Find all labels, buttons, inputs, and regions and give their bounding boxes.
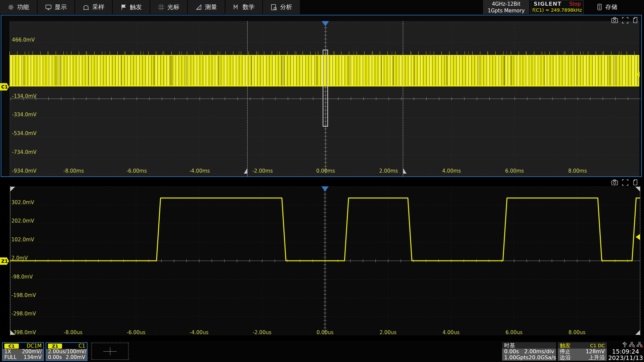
status-bar: C1 DC1M 1X 200mV/ FULL 134mV Z1 C1 2.00u…: [0, 341, 644, 362]
c1-descriptor-box[interactable]: C1 DC1M 1X 200mV/ FULL 134mV: [2, 342, 44, 361]
trigger-level: 128mV: [586, 349, 605, 355]
trigger-type: 边沿: [560, 355, 571, 361]
time-label: -8.00ms: [63, 168, 84, 174]
system-date: 2023/11/13: [608, 355, 643, 361]
main-grid: [1, 15, 641, 176]
run-state-indicator[interactable]: Stop: [569, 1, 581, 7]
z1-descriptor-box[interactable]: Z1 C1 2.00us/ 100mV/ 0.00s 2.00mV: [46, 342, 88, 361]
scope-specs: 4GHz-12Bit 1Gpts Memory: [483, 0, 529, 14]
volt-label: 202.0mV: [11, 218, 34, 224]
storage-label: 存储: [605, 3, 618, 11]
cursors-icon: [158, 4, 164, 10]
menu-item-analysis[interactable]: 分析: [263, 0, 300, 14]
trigger-position-marker-zoom[interactable]: [321, 186, 329, 191]
lan-disconnected-icon-2: ✕: [637, 342, 642, 348]
volt-label: -198.0mV: [11, 292, 36, 298]
c1-badge: C1: [4, 344, 19, 349]
time-label: 2.00us: [379, 329, 396, 336]
flip-window-icon[interactable]: [632, 17, 639, 23]
zoom-waveform-window[interactable]: 302.0mV202.0mV102.0mV2.0mV-98.0mV-198.0m…: [1, 184, 643, 339]
z1-scale: 100mV/: [67, 349, 87, 355]
time-label: -4.00us: [190, 329, 208, 336]
menu-item-cursors[interactable]: 光标: [150, 0, 187, 14]
trigger-level-marker-main[interactable]: [636, 72, 640, 77]
volt-label: -734.0mV: [12, 149, 37, 155]
zoom-boundary-right[interactable]: [403, 21, 403, 176]
zoom-boundary-left[interactable]: [247, 21, 248, 176]
add-channel-placeholder[interactable]: [91, 343, 129, 360]
brand-status-box: SIGLENT Stop f(C1) = 249.7898kHz: [531, 0, 584, 14]
clock-box: ✕ ✕ 15:09:24 2023/11/13: [608, 342, 643, 361]
fullscreen-icon[interactable]: [622, 179, 629, 186]
z1-delay: 0.00s: [48, 355, 62, 360]
menu-item-display[interactable]: 显示: [38, 0, 74, 14]
fullscreen-icon[interactable]: [622, 17, 629, 23]
zoom-corner-flag-tl: [10, 187, 15, 191]
z1-offset: 2.00mV: [66, 355, 85, 360]
menu-item-trigger-flag[interactable]: 触发: [113, 0, 150, 14]
timebase-title: 时基: [504, 343, 515, 349]
time-label: 4.00ms: [442, 168, 461, 174]
c1-scale: 200mV/: [22, 349, 42, 355]
volt-label: 302.0mV: [11, 199, 34, 205]
trigger-position-marker-main[interactable]: [322, 21, 329, 26]
bandwidth-label: 4GHz-12Bit: [483, 1, 529, 7]
analysis-icon: [271, 4, 277, 10]
volt-label: -334.0mV: [12, 112, 37, 118]
time-label: 0.00us: [317, 329, 334, 336]
z1-square-wave-trace: [1, 184, 643, 339]
storage-icon: [597, 4, 602, 10]
brand-logo: SIGLENT: [534, 1, 561, 7]
storage-button[interactable]: 存储: [589, 0, 626, 14]
menu-item-measure[interactable]: 测量: [188, 0, 225, 14]
menu-item-gear[interactable]: 功能: [0, 0, 37, 14]
volt-label: -134.0mV: [12, 93, 37, 99]
z1-source: C1: [78, 343, 85, 349]
zoom-left-edge-line: [10, 186, 10, 335]
z1-badge: Z1: [48, 344, 62, 349]
c1-bandwidth: FULL: [4, 355, 16, 360]
volt-label: 102.0mV: [11, 237, 34, 243]
volt-label: 466.0mV: [12, 37, 35, 43]
math-icon: [233, 4, 239, 10]
timebase-box[interactable]: 时基 0.00s 2.00ms/div 1.00Gpts 20.0GSa/s: [502, 342, 556, 361]
zoom-boundary-right-handle[interactable]: [403, 168, 407, 174]
zoom-boundary-left-handle[interactable]: [244, 168, 247, 174]
trigger-box[interactable]: 触发 C1 DC 停止 128mV 边沿 上升沿: [558, 342, 607, 361]
c1-probe: 1X: [4, 349, 11, 355]
z1-timebase: 2.00us/: [48, 349, 67, 355]
lan-disconnected-icon-1: ✕: [629, 342, 635, 348]
time-label: 8.00ms: [568, 168, 587, 174]
timebase-scale: 2.00ms/div: [524, 349, 554, 355]
time-label: 6.00us: [505, 329, 523, 336]
time-label: 4.00us: [442, 329, 460, 336]
frequency-counter: f(C1) = 249.7898kHz: [531, 7, 583, 13]
volt-label: -534.0mV: [12, 130, 37, 136]
time-label: -4.00ms: [189, 168, 210, 174]
screenshot-camera-icon[interactable]: [611, 17, 619, 23]
volt-label: -98.0mV: [11, 274, 33, 280]
zoom-corner-flag-tr: [635, 187, 640, 191]
zoom-center-cursor-bar[interactable]: [323, 50, 328, 127]
volt-label: 2.0mV: [11, 255, 28, 261]
display-icon: [45, 4, 52, 10]
flip-window-icon[interactable]: [632, 179, 639, 186]
screenshot-camera-icon[interactable]: [611, 179, 619, 186]
c1-coupling: DC1M: [26, 343, 42, 349]
memory-label: 1Gpts Memory: [483, 7, 529, 14]
menu-item-acquire[interactable]: 采样: [75, 0, 112, 14]
c1-offset: 134mV: [23, 355, 42, 360]
time-label: 2.00ms: [379, 168, 398, 174]
zoom-window-icons: [611, 179, 639, 186]
zoom-corner-flag-br: [635, 330, 640, 335]
time-label: -6.00us: [127, 329, 146, 336]
main-waveform-window[interactable]: 466.0mV-134.0mV-334.0mV-534.0mV-734.0mV-…: [1, 15, 642, 177]
time-label: 8.00us: [569, 329, 586, 336]
acquire-icon: [83, 4, 89, 10]
measure-icon: [196, 4, 202, 10]
time-label: 6.00ms: [505, 168, 524, 174]
usb-icon: [623, 342, 627, 348]
menu-item-math[interactable]: 数学: [225, 0, 262, 14]
main-window-icons: [611, 17, 639, 23]
trigger-level-marker-zoom[interactable]: [636, 234, 640, 240]
